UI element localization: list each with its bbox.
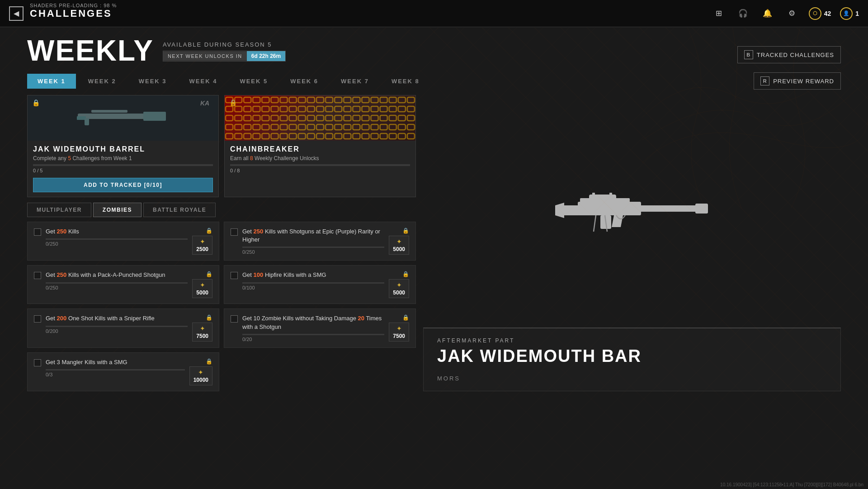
xp-badge-2: ✦ 5000 (389, 236, 409, 255)
challenge-checkbox-6[interactable] (231, 315, 238, 323)
challenge-progress-bar-1 (46, 238, 188, 240)
challenge-progress-bar-7 (46, 369, 185, 370)
challenge-item-7: Get 3 Mangler Kills with a SMG 0/3 🔒 ✦ 1… (27, 352, 219, 391)
challenge-progress-text-3: 0/250 (46, 285, 188, 290)
xp-icon-5: ✦ (200, 325, 205, 332)
challenge-right-1: 🔒 ✦ 2500 (192, 228, 212, 255)
week-tab-1[interactable]: WEEK 1 (27, 74, 76, 89)
weapon-preview-area (423, 95, 841, 328)
challenge-lock-icon-7: 🔒 (206, 358, 212, 365)
grid-icon[interactable]: ⊞ (711, 6, 726, 21)
challenge-item-2: Get 250 Kills with Shotguns at Epic (Pur… (224, 222, 416, 261)
challenge-progress-text-5: 0/200 (46, 328, 188, 334)
challenge-right-7: 🔒 ✦ 10000 (189, 358, 212, 385)
challenge-lock-icon-2: 🔒 (402, 228, 409, 234)
chainbreaker-card-info: CHAINBREAKER Earn all 8 Weekly Challenge… (225, 141, 415, 178)
tracked-challenges-button[interactable]: B TRACKED CHALLENGES (737, 46, 841, 63)
player-icon: 👤 (840, 7, 853, 20)
challenge-progress-text-7: 0/3 (46, 372, 185, 377)
svg-text:KA: KA (200, 100, 209, 107)
preview-reward-label: PREVIEW REWARD (773, 78, 834, 85)
chainbreaker-reward-desc: Earn all 8 Weekly Challenge Unlocks (230, 155, 410, 161)
challenge-progress-bar-2 (242, 247, 384, 248)
xp-icon-6: ✦ (396, 325, 402, 332)
week-tab-2[interactable]: WEEK 2 (78, 74, 127, 89)
week-tab-5[interactable]: WEEK 5 (229, 74, 278, 89)
xp-amount-4: 5000 (393, 290, 405, 296)
challenge-progress-text-6: 0/20 (242, 337, 384, 342)
currency-badge: ⬡ 42 (809, 7, 831, 20)
jak-card-badge: KA (200, 99, 215, 109)
xp-icon-4: ✦ (396, 281, 402, 289)
page-title: CHALLENGES (30, 8, 112, 19)
topbar-left: ◀ CHALLENGES (9, 6, 112, 21)
preview-reward-button[interactable]: R PREVIEW REWARD (754, 72, 841, 90)
reward-type-label: AFTERMARKET PART (437, 337, 827, 344)
svg-rect-12 (578, 202, 641, 215)
back-button[interactable]: ◀ (9, 6, 24, 21)
mode-tabs: MULTIPLAYER ZOMBIES BATTLE ROYALE (27, 203, 416, 217)
week-tab-4[interactable]: WEEK 4 (179, 74, 228, 89)
multiplayer-tab[interactable]: MULTIPLAYER (27, 203, 91, 217)
challenge-right-2: 🔒 ✦ 5000 (389, 228, 409, 255)
week-tab-6[interactable]: WEEK 6 (280, 74, 329, 89)
header-section: WEEKLY AVAILABLE DURING SEASON 5 NEXT WE… (0, 27, 868, 65)
battle-royale-tab[interactable]: BATTLE ROYALE (143, 203, 216, 217)
currency-icon: ⬡ (809, 7, 821, 20)
challenge-desc-5: Get 200 One Shot Kills with a Sniper Rif… (46, 314, 188, 323)
reward-cards-row: 🔒 KA (27, 95, 416, 197)
challenge-content-7: Get 3 Mangler Kills with a SMG 0/3 (46, 358, 185, 377)
next-week-time: 6d 22h 26m (247, 51, 285, 61)
settings-icon[interactable]: ⚙ (784, 6, 800, 21)
jak-reward-card: 🔒 KA (27, 95, 219, 197)
xp-amount-6: 7500 (393, 333, 405, 339)
topbar: ◀ CHALLENGES SHADERS PRE-LOADING : 98 % … (0, 0, 868, 27)
week-tab-3[interactable]: WEEK 3 (128, 74, 177, 89)
challenge-item-4: Get 100 Hipfire Kills with a SMG 0/100 🔒… (224, 265, 416, 304)
xp-badge-1: ✦ 2500 (192, 236, 212, 255)
xp-icon-1: ✦ (200, 238, 205, 245)
available-text: AVAILABLE DURING SEASON 5 (163, 41, 286, 48)
jak-card-info: JAK WIDEMOUTH BARREL Complete any 5 Chal… (28, 141, 218, 178)
shader-preload-text: SHADERS PRE-LOADING : 98 % (30, 3, 117, 8)
week-tabs-list: WEEK 1 WEEK 2 WEEK 3 WEEK 4 WEEK 5 WEEK … (27, 74, 430, 89)
player-level: 1 (855, 10, 859, 17)
challenge-progress-bar-5 (46, 326, 188, 327)
challenge-content-2: Get 250 Kills with Shotguns at Epic (Pur… (242, 228, 384, 255)
challenge-checkbox-2[interactable] (231, 228, 238, 236)
header-left: WEEKLY AVAILABLE DURING SEASON 5 NEXT WE… (27, 36, 286, 65)
xp-badge-7: ✦ 10000 (189, 366, 212, 385)
weekly-title: WEEKLY (27, 36, 154, 65)
svg-rect-19 (592, 193, 595, 196)
r-key-hint: R (760, 76, 769, 85)
add-tracked-button[interactable]: ADD TO TRACKED [0/10] (33, 178, 213, 192)
challenge-desc-2: Get 250 Kills with Shotguns at Epic (Pur… (242, 228, 384, 244)
svg-rect-9 (225, 95, 415, 141)
challenges-left-panel: 🔒 KA (27, 95, 416, 391)
chainbreaker-desc-suffix: Weekly Challenge Unlocks (253, 155, 319, 161)
challenge-progress-bar-6 (242, 334, 384, 335)
challenge-lock-icon-5: 🔒 (206, 314, 212, 321)
week-tab-7[interactable]: WEEK 7 (330, 74, 379, 89)
jak-reward-name: JAK WIDEMOUTH BARREL (33, 145, 213, 153)
headset-icon[interactable]: 🎧 (736, 6, 751, 21)
svg-rect-14 (639, 205, 698, 212)
challenge-desc-7: Get 3 Mangler Kills with a SMG (46, 358, 185, 366)
challenge-lock-icon-3: 🔒 (206, 271, 212, 277)
challenge-checkbox-3[interactable] (34, 272, 41, 279)
svg-rect-20 (609, 193, 612, 196)
main-content: 🔒 KA (0, 90, 868, 397)
svg-rect-15 (695, 204, 708, 214)
zombies-tab[interactable]: ZOMBIES (93, 203, 142, 217)
xp-badge-5: ✦ 7500 (192, 323, 212, 342)
challenge-checkbox-7[interactable] (34, 359, 41, 366)
challenge-checkbox-5[interactable] (34, 315, 41, 323)
notification-icon[interactable]: 🔔 (760, 6, 775, 21)
challenge-content-6: Get 10 Zombie Kills without Taking Damag… (242, 314, 384, 342)
challenge-checkbox-4[interactable] (231, 272, 238, 279)
challenge-content-1: Get 250 Kills 0/250 (46, 228, 188, 247)
week-tab-8[interactable]: WEEK 8 (381, 74, 430, 89)
svg-line-21 (594, 215, 596, 232)
svg-rect-3 (143, 112, 166, 121)
challenge-checkbox-1[interactable] (34, 228, 41, 236)
